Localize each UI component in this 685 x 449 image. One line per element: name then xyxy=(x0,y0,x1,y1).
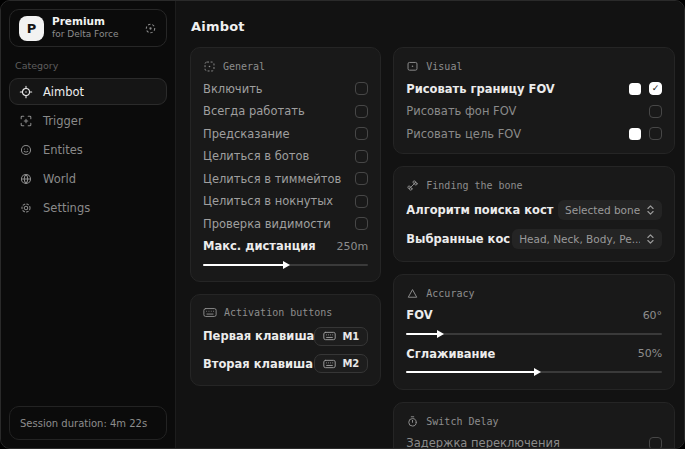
sidebar-item-world[interactable]: World xyxy=(9,165,167,192)
toggle-label: Проверка видимости xyxy=(203,217,331,231)
bone-icon xyxy=(406,179,419,192)
panel-switch-delay: Switch Delay Задержка переключенияЗадерж… xyxy=(393,402,675,449)
slider-thumb[interactable] xyxy=(437,330,444,338)
toggle-label: Задержка переключения xyxy=(406,436,559,448)
toggle-label: Включить xyxy=(203,82,263,96)
keybind-button[interactable]: M2 xyxy=(314,354,368,373)
dropdown[interactable]: Selected bone xyxy=(558,200,662,220)
checkbox[interactable] xyxy=(355,127,368,140)
keybind-label: Вторая клавиша xyxy=(203,357,313,371)
visual-label: Рисовать фон FOV xyxy=(406,104,516,118)
toggle-row: Целиться в тиммейтов xyxy=(203,172,368,186)
session-duration: Session duration: 4m 22s xyxy=(9,406,167,440)
panel-accuracy: Accuracy FOV60°Сглаживание50% xyxy=(393,274,675,390)
fov-slider[interactable] xyxy=(406,329,662,338)
toggle-row: Проверка видимости xyxy=(203,217,368,231)
panel-visual-title: Visual xyxy=(426,61,462,72)
slider-value: 60° xyxy=(643,309,663,322)
visual-row: Рисовать границу FOV xyxy=(406,82,662,96)
unfold-icon xyxy=(646,233,655,245)
right-column: Visual Рисовать границу FOVРисовать фон … xyxy=(393,47,675,448)
dropdown[interactable]: Head, Neck, Body, Pe... xyxy=(512,229,662,249)
panel-activation-buttons: Activation buttons Первая клавишаM1Втора… xyxy=(190,294,381,386)
toggle-label: Предсказание xyxy=(203,127,290,141)
keybind-button[interactable]: M1 xyxy=(314,327,368,346)
panel-activation-title: Activation buttons xyxy=(224,307,332,318)
toggle-row: Задержка переключения xyxy=(406,436,662,448)
aimbot-icon xyxy=(19,85,33,99)
slider-value-row: Макс. дистанция250m xyxy=(203,239,368,253)
checkbox[interactable] xyxy=(649,437,662,449)
app-logo: P xyxy=(19,16,44,41)
toggle-row: Предсказание xyxy=(203,127,368,141)
license-title: Premium xyxy=(52,15,118,29)
crosshair-dashed-icon xyxy=(203,60,216,73)
smoothing-slider[interactable] xyxy=(406,368,662,377)
slider-track xyxy=(406,333,662,335)
sidebar-item-entites[interactable]: Entites xyxy=(9,136,167,163)
slider-thumb[interactable] xyxy=(283,261,290,269)
category-label: Category xyxy=(15,60,161,71)
screen-icon xyxy=(406,60,419,73)
color-swatch[interactable] xyxy=(629,128,641,140)
keyboard-icon xyxy=(323,331,336,341)
slider-label: Макс. дистанция xyxy=(203,239,316,253)
panel-general: General ВключитьВсегда работатьПредсказа… xyxy=(190,47,381,282)
sidebar-item-aimbot[interactable]: Aimbot xyxy=(9,78,167,105)
visual-row: Рисовать цель FOV xyxy=(406,127,662,141)
toggle-label: Всегда работать xyxy=(203,104,305,118)
panel-finding-bone: Finding the bone Алгоритм поиска костSel… xyxy=(393,166,675,262)
dropdown-value: Head, Neck, Body, Pe... xyxy=(519,233,640,245)
sidebar-item-label: World xyxy=(43,172,76,186)
sidebar-item-trigger[interactable]: Trigger xyxy=(9,107,167,134)
app-window: P Premium for Delta Force Category Aimbo… xyxy=(0,0,685,449)
keybind-label: Первая клавиша xyxy=(203,329,314,343)
toggle-label: Целиться в тиммейтов xyxy=(203,172,341,186)
panel-general-title: General xyxy=(223,61,265,72)
entities-icon xyxy=(19,143,33,157)
color-swatch[interactable] xyxy=(629,83,641,95)
checkbox[interactable] xyxy=(649,105,662,118)
unfold-icon xyxy=(646,204,655,216)
toggle-label: Целиться в нокнутых xyxy=(203,194,333,208)
sidebar-item-label: Trigger xyxy=(43,114,83,128)
checkbox[interactable] xyxy=(355,217,368,230)
slider-fill xyxy=(406,333,439,335)
sync-icon[interactable] xyxy=(144,22,157,35)
checkbox[interactable] xyxy=(649,127,662,140)
trigger-icon xyxy=(19,114,33,128)
checkbox[interactable] xyxy=(355,150,368,163)
checkbox[interactable] xyxy=(355,172,368,185)
slider-value: 50% xyxy=(638,347,662,360)
toggle-row: Всегда работать xyxy=(203,104,368,118)
slider-label: FOV xyxy=(406,308,432,322)
slider-fill xyxy=(203,264,286,266)
checkbox[interactable] xyxy=(355,195,368,208)
license-subtitle: for Delta Force xyxy=(52,29,118,41)
timer-icon xyxy=(406,415,419,428)
gear-icon xyxy=(19,201,33,215)
checkbox[interactable] xyxy=(355,82,368,95)
left-column: General ВключитьВсегда работатьПредсказа… xyxy=(190,47,381,386)
keybind-row: Вторая клавишаM2 xyxy=(203,354,368,373)
license-card: P Premium for Delta Force xyxy=(9,9,167,47)
panel-bone-title: Finding the bone xyxy=(426,180,522,191)
sidebar-nav: Aimbot Trigger Entites World Settings xyxy=(9,78,167,221)
panel-visual: Visual Рисовать границу FOVРисовать фон … xyxy=(393,47,675,154)
slider-value: 250m xyxy=(337,240,369,253)
toggle-row: Целиться в нокнутых xyxy=(203,194,368,208)
slider-thumb[interactable] xyxy=(534,368,541,376)
visual-label: Рисовать границу FOV xyxy=(406,82,554,96)
slider-value-row: Сглаживание50% xyxy=(406,347,662,361)
dropdown-value: Selected bone xyxy=(565,204,640,216)
max-distance-slider[interactable] xyxy=(203,260,368,269)
globe-icon xyxy=(19,172,33,186)
sidebar-item-label: Aimbot xyxy=(43,85,84,99)
bone-label: Выбранные кос xyxy=(406,232,510,246)
bone-row: Алгоритм поиска костSelected bone xyxy=(406,200,662,220)
key-value: M1 xyxy=(342,331,359,342)
sidebar-item-label: Entites xyxy=(43,143,83,157)
sidebar-item-settings[interactable]: Settings xyxy=(9,194,167,221)
checkbox[interactable] xyxy=(355,105,368,118)
checkbox[interactable] xyxy=(649,82,662,95)
